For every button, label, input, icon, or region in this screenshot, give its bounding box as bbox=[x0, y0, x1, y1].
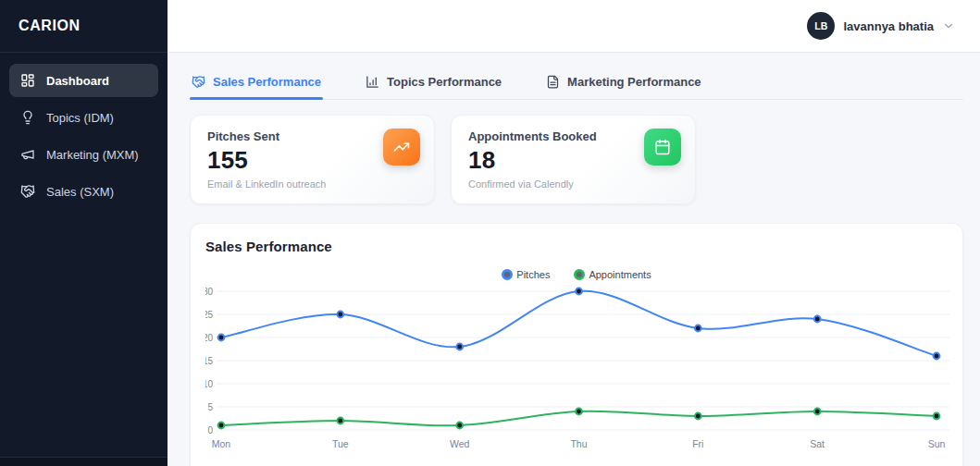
sidebar-item-label: Topics (IDM) bbox=[46, 111, 114, 125]
sidebar-nav: Dashboard Topics (IDM) Marketing (MXM) S… bbox=[0, 53, 167, 223]
sidebar-item-label: Sales (SXM) bbox=[46, 185, 114, 199]
tab-label: Topics Performance bbox=[387, 75, 502, 89]
legend-item-pitches[interactable]: Pitches bbox=[502, 269, 550, 280]
svg-text:5: 5 bbox=[207, 402, 213, 412]
svg-text:Fri: Fri bbox=[692, 438, 703, 449]
topbar: LB lavannya bhatia bbox=[167, 0, 980, 53]
dashboard-content: Sales Performance Topics Performance Mar… bbox=[167, 53, 980, 466]
legend-dot bbox=[574, 269, 585, 280]
user-name: lavannya bhatia bbox=[843, 19, 934, 33]
tab-sales-performance[interactable]: Sales Performance bbox=[190, 69, 323, 99]
stat-card-appointments-booked: Appointments Booked 18 Confirmed via Cal… bbox=[451, 115, 696, 204]
dashboard-grid-icon bbox=[20, 73, 35, 88]
svg-text:Tue: Tue bbox=[332, 438, 349, 449]
svg-text:20: 20 bbox=[205, 333, 213, 343]
document-icon bbox=[546, 75, 560, 89]
tab-label: Marketing Performance bbox=[567, 75, 701, 89]
calendar-icon bbox=[644, 129, 681, 166]
tab-marketing-performance[interactable]: Marketing Performance bbox=[544, 69, 703, 99]
svg-text:Sat: Sat bbox=[810, 438, 825, 449]
svg-text:Thu: Thu bbox=[570, 438, 587, 449]
svg-text:Sun: Sun bbox=[928, 438, 946, 449]
tab-bar: Sales Performance Topics Performance Mar… bbox=[190, 69, 963, 100]
stat-card-pitches-sent: Pitches Sent 155 Email & LinkedIn outrea… bbox=[190, 115, 435, 204]
stat-subtitle: Email & LinkedIn outreach bbox=[207, 178, 417, 190]
sales-performance-chart-card: Sales Performance PitchesAppointments 05… bbox=[190, 223, 963, 466]
chart-legend: PitchesAppointments bbox=[205, 269, 948, 280]
sales-chart: 051015202530MonTueWedThuFriSatSun bbox=[205, 282, 949, 460]
legend-label: Pitches bbox=[516, 269, 550, 280]
stat-cards-row: Pitches Sent 155 Email & LinkedIn outrea… bbox=[190, 115, 963, 204]
svg-text:Mon: Mon bbox=[212, 438, 231, 449]
chart-title: Sales Performance bbox=[205, 239, 948, 254]
handshake-icon bbox=[20, 184, 35, 199]
app-root: CARION Dashboard Topics (IDM) Marketing … bbox=[0, 0, 980, 466]
trending-up-icon bbox=[383, 129, 420, 166]
tab-label: Sales Performance bbox=[213, 75, 321, 89]
svg-text:15: 15 bbox=[205, 356, 213, 366]
brand-logo: CARION bbox=[0, 0, 167, 53]
svg-text:Wed: Wed bbox=[450, 438, 470, 449]
main-area: LB lavannya bhatia Sales Performance Top… bbox=[167, 0, 980, 466]
bar-chart-icon bbox=[366, 75, 379, 89]
lightbulb-icon bbox=[20, 110, 35, 125]
svg-text:0: 0 bbox=[207, 425, 213, 435]
sidebar: CARION Dashboard Topics (IDM) Marketing … bbox=[0, 0, 167, 466]
megaphone-icon bbox=[20, 147, 35, 162]
sidebar-item-dashboard[interactable]: Dashboard bbox=[9, 64, 158, 97]
user-menu[interactable]: LB lavannya bhatia bbox=[807, 12, 955, 40]
stat-subtitle: Confirmed via Calendly bbox=[468, 178, 678, 190]
legend-dot bbox=[502, 269, 513, 280]
sidebar-item-marketing[interactable]: Marketing (MXM) bbox=[9, 138, 158, 171]
legend-label: Appointments bbox=[589, 269, 651, 280]
chevron-down-icon bbox=[942, 19, 955, 32]
svg-text:25: 25 bbox=[205, 310, 213, 320]
svg-text:30: 30 bbox=[205, 287, 213, 297]
sidebar-item-sales[interactable]: Sales (SXM) bbox=[9, 175, 158, 208]
sidebar-item-label: Marketing (MXM) bbox=[46, 148, 139, 162]
svg-text:10: 10 bbox=[205, 379, 213, 389]
legend-item-appointments[interactable]: Appointments bbox=[574, 269, 651, 280]
handshake-icon bbox=[192, 75, 205, 89]
avatar: LB bbox=[807, 12, 835, 40]
sidebar-item-topics[interactable]: Topics (IDM) bbox=[9, 101, 158, 134]
tab-topics-performance[interactable]: Topics Performance bbox=[364, 69, 503, 99]
sidebar-item-label: Dashboard bbox=[46, 74, 109, 88]
sidebar-footer-divider bbox=[0, 457, 167, 466]
